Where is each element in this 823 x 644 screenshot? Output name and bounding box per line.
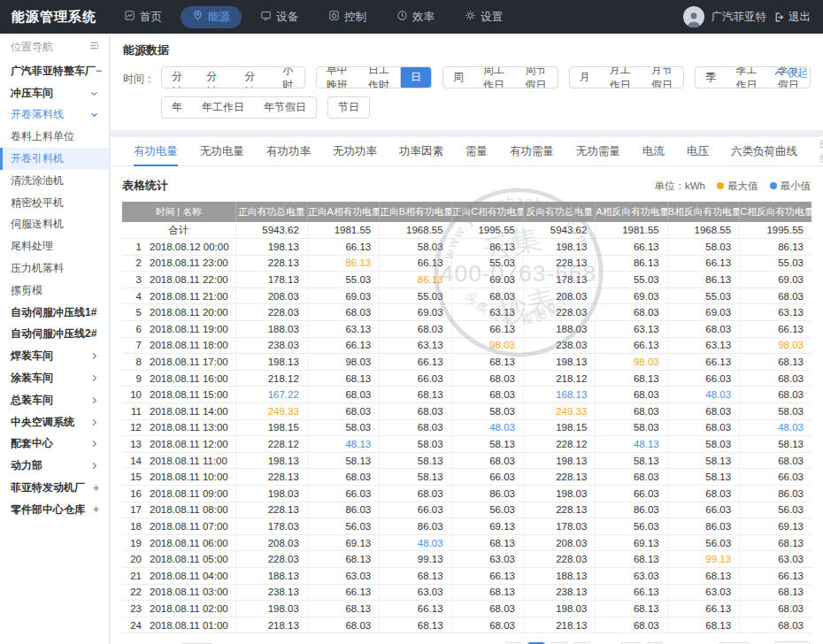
sidebar-item-清洗涂油机[interactable]: 清洗涂油机 xyxy=(0,170,109,192)
filter-option-节日[interactable]: 节日 xyxy=(328,97,369,118)
value-cell: 68.03 xyxy=(380,486,451,502)
sidebar-item-label: 零件部中心仓库 xyxy=(11,502,85,518)
filter-option-日[interactable]: 日 xyxy=(400,67,431,88)
sidebar-item-焊装车间[interactable]: 焊装车间 xyxy=(0,345,109,367)
sidebar-item-动力部[interactable]: 动力部 xyxy=(0,455,109,477)
sidebar-item-摞剪模[interactable]: 摞剪模 xyxy=(0,280,109,302)
filter-option-周工作日[interactable]: 周工作日 xyxy=(473,67,515,88)
value-cell: 63.13 xyxy=(380,337,451,354)
nav-item-label: 效率 xyxy=(412,10,435,25)
sidebar-item-总装车间[interactable]: 总装车间 xyxy=(0,389,109,411)
tab-有功功率[interactable]: 有功功率 xyxy=(266,137,311,166)
nav-item-效率[interactable]: 效率 xyxy=(385,6,446,28)
sidebar-item-广汽菲亚特整车厂[interactable]: 广汽菲亚特整车厂− xyxy=(0,60,109,82)
sidebar-item-中央空调系统[interactable]: 中央空调系统 xyxy=(0,411,109,433)
value-cell: 56.03 xyxy=(740,502,811,518)
value-cell: 58.13 xyxy=(740,436,811,453)
value-cell: 68.03 xyxy=(596,387,667,403)
total-value: 1995.55 xyxy=(451,222,523,239)
value-cell: 228.13 xyxy=(524,469,596,486)
filter-option-周[interactable]: 周 xyxy=(443,67,473,88)
table-footer: 显示行数： 24 ▾ ‹123⋯30›跳转至第页确定 xyxy=(111,633,823,644)
table-title: 表格统计 xyxy=(122,178,168,194)
row-index: 17 xyxy=(128,504,142,515)
value-cell: 66.13 xyxy=(596,337,667,354)
tab-无功需量[interactable]: 无功需量 xyxy=(576,137,620,166)
view-curve-button[interactable]: 曲线 xyxy=(819,136,823,166)
nav-item-控制[interactable]: 控制 xyxy=(317,6,378,28)
table-wrap: 时间 | 名称正向有功总电量正向A相有功电量正向B相有功电量正向C相有功电量反向… xyxy=(122,202,811,633)
nav-item-设备[interactable]: 设备 xyxy=(249,6,310,28)
value-cell: 66.13 xyxy=(380,255,451,272)
tab-需量[interactable]: 需量 xyxy=(465,137,488,166)
tab-有功电量[interactable]: 有功电量 xyxy=(134,137,178,166)
tab-有功需量[interactable]: 有功需量 xyxy=(510,137,554,166)
nav-item-能源[interactable]: 能源 xyxy=(181,6,242,28)
sidebar-item-压力机落料[interactable]: 压力机落料 xyxy=(0,257,109,280)
row-index: 3 xyxy=(128,274,142,285)
sidebar-item-配套中心[interactable]: 配套中心 xyxy=(0,433,109,456)
tab-电压[interactable]: 电压 xyxy=(687,137,709,166)
nav-item-首页[interactable]: 首页 xyxy=(112,6,173,28)
unit-label: 单位：kWh xyxy=(655,180,706,193)
value-cell: 56.03 xyxy=(451,502,523,518)
filter-option-月节假日[interactable]: 月节假日 xyxy=(642,67,683,88)
filter-option-早中晚班[interactable]: 早中晚班 xyxy=(317,67,358,88)
sidebar-item-伺服送料机[interactable]: 伺服送料机 xyxy=(0,214,109,236)
value-cell: 178.03 xyxy=(524,518,596,535)
filter-option-月[interactable]: 月 xyxy=(570,67,600,88)
filter-option-月工作日[interactable]: 月工作日 xyxy=(600,67,642,88)
tab-功率因素[interactable]: 功率因素 xyxy=(399,137,443,166)
sidebar-item-精密校平机[interactable]: 精密校平机 xyxy=(0,192,109,214)
filter-option-年节假日[interactable]: 年节假日 xyxy=(254,97,316,118)
value-cell: 66.03 xyxy=(380,502,451,518)
value-cell: 178.13 xyxy=(235,272,307,288)
row-index: 22 xyxy=(128,586,142,597)
sidebar-item-开卷落料线[interactable]: 开卷落料线 xyxy=(0,104,109,126)
filter-option-日工作时[interactable]: 日工作时 xyxy=(358,67,400,88)
value-cell: 68.13 xyxy=(307,551,379,568)
filter-option-5分钟[interactable]: 5分钟 xyxy=(162,67,196,88)
filter-option-小时[interactable]: 小时 xyxy=(273,67,304,88)
sidebar-item-label: 自动伺服冲压线2# xyxy=(11,326,96,341)
value-cell: 68.03 xyxy=(451,452,523,469)
value-cell: 63.13 xyxy=(740,304,811,321)
row-index: 21 xyxy=(128,571,142,581)
nav-item-设置[interactable]: 设置 xyxy=(453,6,514,28)
filter-option-30分钟[interactable]: 30分钟 xyxy=(235,67,273,88)
value-cell: 66.03 xyxy=(307,486,379,502)
sidebar-item-冲压车间[interactable]: 冲压车间 xyxy=(0,82,109,104)
filter-option-年工作日[interactable]: 年工作日 xyxy=(192,97,254,118)
value-cell: 68.13 xyxy=(667,567,739,584)
tab-电流[interactable]: 电流 xyxy=(642,137,665,166)
table-row: 182018.08.11 07:00178.0356.0386.0369.131… xyxy=(122,518,811,535)
avatar[interactable] xyxy=(683,6,704,27)
sidebar-item-尾料处理[interactable]: 尾料处理 xyxy=(0,235,109,257)
filter-option-季[interactable]: 季 xyxy=(696,67,726,88)
logout-button[interactable]: 退出 xyxy=(773,10,811,25)
filter-option-年[interactable]: 年 xyxy=(162,97,192,118)
sidebar-item-卷料上料单位[interactable]: 卷料上料单位 xyxy=(0,126,109,148)
value-cell: 198.03 xyxy=(524,601,596,617)
row-time: 2018.08.11 01:00 xyxy=(150,620,228,631)
row-time: 2018.08.11 20:00 xyxy=(150,307,228,318)
table-row: 22018.08.11 23:00228.1386.1366.1355.0322… xyxy=(122,255,811,272)
sidebar-item-自动伺服冲压线2#[interactable]: 自动伺服冲压线2# xyxy=(0,324,109,346)
row-time: 2018.08.11 14:00 xyxy=(150,406,228,417)
filter-option-15分钟[interactable]: 15分钟 xyxy=(196,67,235,88)
sidebar-item-涂装车间[interactable]: 涂装车间 xyxy=(0,367,109,389)
sidebar-item-自动伺服冲压线1#[interactable]: 自动伺服冲压线1# xyxy=(0,302,109,324)
tab-六类负荷曲线[interactable]: 六类负荷曲线 xyxy=(731,137,797,166)
time-cell: 62018.08.11 19:00 xyxy=(122,321,235,338)
tab-无功功率[interactable]: 无功功率 xyxy=(333,137,377,166)
value-cell: 58.13 xyxy=(307,452,379,469)
sidebar-item-开卷引料机[interactable]: 开卷引料机 xyxy=(0,148,109,170)
tab-无功电量[interactable]: 无功电量 xyxy=(200,137,244,166)
sidebar-item-菲亚特发动机厂[interactable]: 菲亚特发动机厂+ xyxy=(0,477,109,499)
collapse-filters-link[interactable]: 收起 xyxy=(773,65,808,80)
clock-icon xyxy=(396,10,408,24)
sidebar-item-零件部中心仓库[interactable]: 零件部中心仓库+ xyxy=(0,499,109,521)
filter-option-季工作日[interactable]: 季工作日 xyxy=(726,67,767,88)
sidebar-collapse-icon[interactable] xyxy=(88,40,100,54)
filter-option-周节假日[interactable]: 周节假日 xyxy=(515,67,557,88)
